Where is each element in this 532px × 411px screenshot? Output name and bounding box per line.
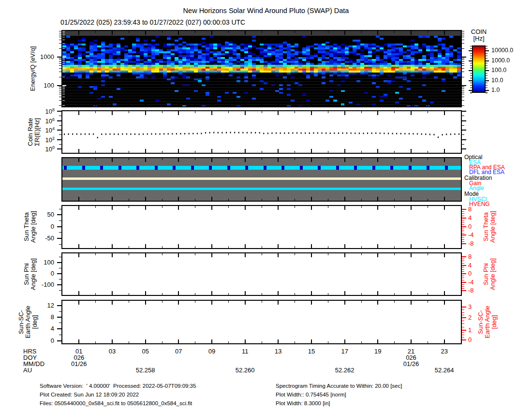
- axis-tick: [462, 280, 464, 280]
- axis-tick: [112, 149, 113, 153]
- time-axis-value: 52.262: [330, 367, 359, 374]
- angle-right-tick-label: 2: [468, 314, 472, 321]
- axis-tick: [162, 253, 163, 255]
- angle-right-tick-label: 0: [468, 223, 472, 230]
- axis-tick: [470, 46, 472, 46]
- axis-tick: [145, 339, 146, 343]
- axis-tick: [78, 149, 79, 153]
- axis-tick: [462, 100, 464, 101]
- axis-tick: [245, 253, 246, 257]
- axis-tick: [377, 197, 378, 201]
- axis-tick: [486, 60, 489, 61]
- axis-tick: [462, 148, 466, 149]
- axis-tick: [95, 199, 96, 201]
- axis-tick: [328, 158, 328, 160]
- axis-tick: [162, 199, 163, 201]
- angle-right-tick-label: 1: [468, 326, 472, 334]
- axis-tick: [444, 111, 445, 115]
- axis-tick: [486, 70, 489, 71]
- axis-tick: [59, 116, 61, 116]
- status-bar-square: [191, 166, 194, 170]
- sun-sc-earth-panel: [61, 300, 462, 344]
- axis-tick: [145, 158, 146, 162]
- axis-tick: [428, 301, 428, 303]
- axis-tick: [57, 226, 61, 227]
- axis-tick: [95, 253, 96, 255]
- axis-tick: [228, 104, 229, 106]
- axis-tick: [462, 220, 464, 220]
- axis-tick: [211, 103, 212, 106]
- axis-tick: [278, 103, 279, 106]
- axis-tick: [462, 58, 464, 59]
- axis-tick: [469, 90, 472, 91]
- axis-tick: [245, 31, 246, 35]
- axis-tick: [228, 246, 229, 248]
- axis-tick: [428, 293, 428, 295]
- axis-tick: [344, 291, 345, 295]
- angle-right-tick-label: -4: [468, 231, 474, 238]
- axis-tick: [278, 301, 279, 305]
- axis-tick: [59, 209, 61, 209]
- time-axis-value: 03: [98, 348, 127, 355]
- axis-tick: [59, 68, 61, 69]
- axis-tick: [470, 65, 472, 66]
- axis-tick: [462, 35, 464, 35]
- axis-tick: [162, 341, 163, 343]
- axis-tick: [59, 31, 61, 31]
- axis-tick: [411, 301, 412, 305]
- footer-plot-width-norm: Plot Width:: 0.754545 [norm]: [276, 392, 346, 397]
- axis-tick: [211, 197, 212, 201]
- axis-tick: [59, 43, 61, 44]
- axis-tick: [377, 206, 378, 210]
- axis-tick: [462, 323, 464, 324]
- axis-tick: [78, 206, 79, 210]
- axis-tick: [311, 291, 312, 295]
- axis-tick: [428, 104, 428, 106]
- axis-tick: [470, 88, 472, 88]
- axis-tick: [95, 293, 96, 295]
- footer-software-version: Software Version: ' 4.00000' Processed: …: [40, 383, 196, 389]
- axis-tick: [462, 48, 464, 49]
- axis-tick: [462, 120, 466, 121]
- time-axis-value: 17: [330, 348, 359, 355]
- axis-tick: [462, 269, 464, 270]
- axis-tick: [377, 244, 378, 248]
- axis-tick: [470, 58, 472, 59]
- axis-tick: [78, 244, 79, 248]
- axis-tick: [377, 291, 378, 295]
- status-bar-optical-esa: [62, 166, 461, 170]
- axis-tick: [95, 31, 96, 33]
- axis-tick: [278, 158, 279, 162]
- axis-tick: [486, 48, 488, 49]
- axis-tick: [311, 103, 312, 106]
- axis-tick: [228, 206, 229, 208]
- axis-tick: [59, 37, 61, 37]
- axis-tick: [344, 158, 345, 162]
- axis-tick: [462, 213, 464, 214]
- axis-tick: [59, 33, 61, 33]
- axis-tick: [470, 73, 472, 73]
- axis-tick: [311, 197, 312, 201]
- axis-tick: [377, 301, 378, 305]
- axis-tick: [470, 75, 472, 76]
- axis-tick: [486, 68, 488, 68]
- axis-tick: [444, 31, 445, 35]
- status-bar-square: [427, 166, 429, 170]
- axis-tick: [462, 209, 466, 210]
- axis-tick: [262, 206, 262, 208]
- axis-tick: [361, 246, 362, 248]
- axis-tick: [462, 65, 464, 66]
- coin-rate-canvas: [62, 111, 461, 153]
- axis-tick: [411, 31, 412, 35]
- axis-tick: [462, 276, 464, 276]
- axis-tick: [59, 257, 61, 257]
- colorbar-title: COIN: [465, 28, 492, 35]
- axis-tick: [377, 253, 378, 257]
- colorbar-gradient: [472, 45, 486, 93]
- angle-right-tick-label: 4: [468, 214, 472, 221]
- angle-tick-label: -100: [33, 281, 54, 288]
- axis-tick: [195, 253, 195, 255]
- axis-tick: [278, 253, 279, 257]
- axis-tick: [112, 197, 113, 201]
- axis-tick: [278, 206, 279, 210]
